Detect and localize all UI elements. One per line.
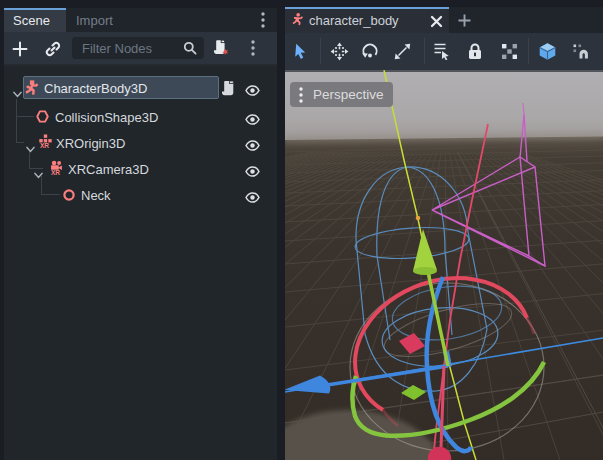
svg-text:XR: XR — [51, 169, 60, 175]
svg-text:XR: XR — [40, 142, 49, 149]
